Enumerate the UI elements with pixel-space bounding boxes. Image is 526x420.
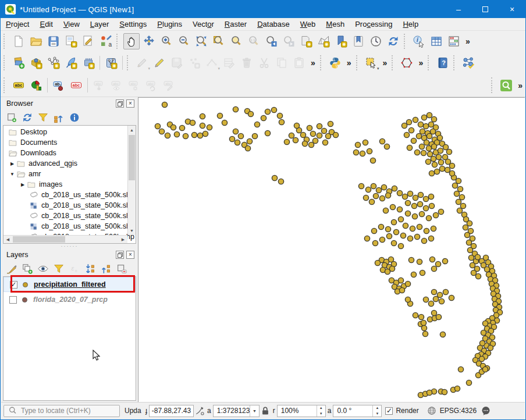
chevron-down-icon[interactable]: ▼ [250, 405, 258, 417]
new-project-button[interactable] [10, 33, 27, 49]
spin-up-icon[interactable]: ▲ [373, 405, 381, 411]
new-virtual-layer-button[interactable] [103, 55, 119, 71]
collapse-tree-button[interactable] [52, 111, 66, 124]
toolbar-overflow-button[interactable]: » [344, 58, 354, 67]
zoom-last-button[interactable] [263, 33, 279, 49]
add-group-button[interactable] [20, 262, 34, 276]
zoom-in-button[interactable] [158, 33, 175, 49]
spin-down-icon[interactable]: ▼ [317, 411, 325, 417]
spin-down-icon[interactable]: ▼ [373, 411, 381, 417]
scroll-thumb[interactable] [13, 236, 65, 243]
menu-plugins[interactable]: Plugins [152, 19, 187, 30]
change-label-button[interactable]: abc [161, 77, 177, 94]
statistics-button[interactable] [446, 33, 462, 49]
toolbar-grip[interactable] [320, 55, 324, 71]
lock-scale-icon[interactable] [260, 405, 271, 417]
new-memory-layer-button[interactable] [80, 55, 97, 71]
layer-row-precipitation_filtered[interactable]: ✓precipitation_filtered [3, 277, 136, 292]
processing-toolbox-button[interactable] [460, 55, 477, 71]
filter-expression-button[interactable]: εn [67, 262, 81, 276]
toolbar-grip[interactable] [428, 55, 432, 71]
layer-labeling-button[interactable]: abc [10, 77, 27, 94]
menu-project[interactable]: Project [1, 19, 34, 30]
collapse-all-button[interactable] [99, 262, 113, 276]
collapse-arrow-icon[interactable]: ▼ [8, 172, 16, 177]
toolbar-grip[interactable] [3, 34, 8, 48]
browser-close-button[interactable]: × [126, 99, 134, 108]
zoom-out-button[interactable] [176, 33, 192, 49]
coordinate-input[interactable]: -87.88,27.43 [149, 405, 194, 417]
pin-labels-button[interactable]: ab [51, 77, 67, 94]
scroll-up-button[interactable]: ▲ [128, 126, 136, 134]
zoom-to-layer-button[interactable] [211, 33, 227, 49]
open-layer-styling-button[interactable] [5, 262, 19, 276]
locate-input[interactable] [21, 407, 114, 415]
info-button[interactable] [67, 111, 81, 124]
toolbar-grip[interactable] [404, 34, 408, 48]
select-features-button[interactable]: ▾ [363, 55, 379, 71]
panel-splitter[interactable]: ······ [1, 244, 138, 248]
browser-item-cb_2018_us_state_500k.shp.e[interactable]: cb_2018_us_state_500k.shp.e [3, 211, 127, 221]
menu-view[interactable]: View [58, 19, 85, 30]
new-geopackage-button[interactable] [28, 55, 44, 71]
extent-tracking-icon[interactable] [194, 405, 205, 417]
toolbar-overflow-button[interactable]: » [380, 58, 390, 67]
layout-manager-button[interactable] [80, 33, 97, 49]
browser-item-images[interactable]: ▶images [3, 179, 127, 190]
dropdown-arrow-icon[interactable]: ▾ [148, 66, 150, 70]
toolbar-overflow-button[interactable]: » [515, 81, 525, 90]
show-bookmarks-button[interactable] [350, 33, 367, 49]
new-bookmark-button[interactable] [333, 33, 349, 49]
browser-item-cb_2018_us_state_500k.shp[interactable]: cb_2018_us_state_500k.shp [3, 190, 127, 200]
filter-button[interactable] [52, 262, 66, 276]
maximize-button[interactable] [472, 1, 499, 18]
new-print-layout-button[interactable] [63, 33, 79, 49]
browser-item-documents[interactable]: Documents [3, 137, 127, 148]
browser-vertical-scrollbar[interactable]: ▲ ▼ [127, 126, 136, 235]
remove-layer-button[interactable] [115, 262, 129, 276]
paste-features-button[interactable] [291, 55, 307, 71]
new-shapefile-button[interactable] [45, 55, 62, 71]
browser-item-downloads[interactable]: Downloads [3, 148, 127, 158]
pin-unpin-labels-button[interactable]: abc [91, 77, 107, 94]
new-3d-map-button[interactable] [315, 33, 332, 49]
toolbar-grip[interactable] [116, 34, 120, 48]
toolbar-grip[interactable] [356, 55, 360, 71]
menu-help[interactable]: Help [397, 19, 424, 30]
toolbar-grip[interactable] [3, 55, 8, 71]
crs-status[interactable]: EPSG:4326 [426, 405, 477, 417]
vertex-tool-button[interactable]: ▾ [204, 55, 220, 71]
data-source-manager-button[interactable] [10, 55, 27, 71]
pan-map-button[interactable] [123, 33, 140, 49]
layer-visibility-checkbox[interactable] [9, 296, 17, 304]
pan-to-selection-button[interactable] [141, 33, 157, 49]
messages-bubble-icon[interactable] [480, 405, 492, 417]
menu-vector[interactable]: Vector [187, 19, 219, 30]
browser-item-cb_2018_us_state_500k.shp.is[interactable]: cb_2018_us_state_500k.shp.is [3, 221, 127, 232]
new-spatialite-button[interactable] [63, 55, 79, 71]
minimize-button[interactable]: – [445, 1, 472, 18]
menu-raster[interactable]: Raster [219, 19, 252, 30]
scroll-right-button[interactable]: ▶ [119, 236, 127, 243]
layers-float-button[interactable] [116, 251, 124, 259]
browser-float-button[interactable] [116, 99, 124, 108]
toolbar-grip[interactable] [392, 55, 396, 71]
menu-web[interactable]: Web [295, 19, 321, 30]
add-layer-button[interactable] [5, 111, 19, 124]
browser-item-amr[interactable]: ▼amr [3, 169, 127, 179]
expand-all-button[interactable] [83, 262, 97, 276]
style-manager-button[interactable]: a [98, 33, 114, 49]
help-button[interactable]: ? [435, 55, 451, 71]
zoom-native-button[interactable]: 1:1 [246, 33, 262, 49]
rotation-spinner[interactable]: 0.0 ° ▲▼ [333, 405, 382, 417]
highlight-pinned-labels-button[interactable]: abc [68, 77, 84, 94]
copy-features-button[interactable] [273, 55, 290, 71]
zoom-full-button[interactable] [193, 33, 209, 49]
toolbar-grip[interactable] [491, 77, 495, 93]
layer-row-florida_2020_07_prcp[interactable]: florida_2020_07_prcp [3, 292, 136, 307]
attribute-table-button[interactable] [428, 33, 445, 49]
magnifier-spinner[interactable]: 100% ▲▼ [277, 405, 326, 417]
cut-features-button[interactable] [256, 55, 272, 71]
layer-diagram-button[interactable] [28, 77, 44, 94]
toolbar-overflow-button[interactable]: » [463, 37, 473, 46]
